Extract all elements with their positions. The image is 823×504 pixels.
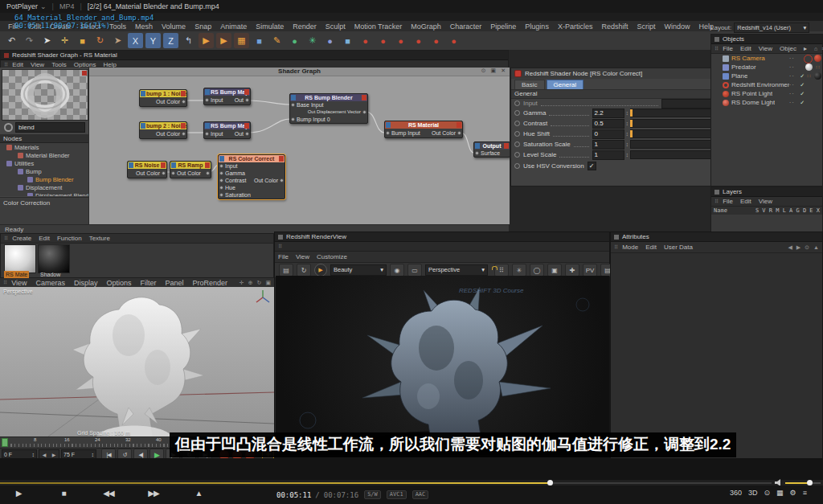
move-tool-icon[interactable]: ✛ (57, 33, 72, 48)
camera-label[interactable]: Perspective (3, 289, 33, 294)
menu-item[interactable]: Create (12, 235, 31, 242)
menu-item[interactable]: View (296, 253, 309, 260)
tab-basic[interactable]: Basic (514, 80, 545, 89)
seekbar-handle[interactable] (547, 480, 553, 486)
tree-bump[interactable]: Bump (0, 167, 88, 175)
add-icon[interactable]: ✚ (565, 264, 579, 277)
menu-item[interactable]: Cameras (36, 279, 66, 287)
menu-item[interactable]: File (723, 45, 733, 52)
home-icon[interactable]: ⌂ (814, 46, 817, 51)
mograph-icon[interactable]: ✳ (305, 33, 320, 48)
color-correction-section[interactable]: Color Correction (0, 197, 88, 224)
node-rs-color-correct[interactable]: RS Color Correct Input Gamma ContrastOut… (218, 154, 285, 199)
hsv-checkbox[interactable]: ✓ (588, 162, 596, 170)
menu-item[interactable]: File (723, 198, 733, 205)
out-port[interactable] (206, 171, 210, 175)
object-row-rs-dome-light[interactable]: RS Dome Light ·· ✓ (711, 98, 822, 107)
input-field[interactable] (661, 99, 711, 109)
value-field[interactable]: 0 (592, 129, 624, 139)
tag-icon[interactable]: ⸬ (814, 64, 821, 71)
y-axis-icon[interactable]: Y (145, 33, 161, 48)
enabled-check[interactable]: ✓ (800, 73, 805, 80)
objects-titlebar[interactable]: Objects (711, 35, 822, 44)
menu-item[interactable]: View (11, 279, 27, 287)
out-port[interactable] (362, 110, 366, 114)
in-port[interactable] (291, 103, 295, 107)
start-render-icon[interactable]: ▶ (314, 264, 327, 277)
node-bump-blender[interactable]: RS Bump Blender Base Input Out Displacem… (289, 93, 368, 124)
player-titlebar[interactable]: PotPlayer ⌄ | MP4 | [2/2] 64_Material Bl… (0, 0, 823, 13)
material-thumb[interactable] (805, 64, 813, 71)
menu-item[interactable]: Animate (220, 23, 247, 31)
menu-item[interactable]: Character (450, 23, 482, 31)
menu-item[interactable]: Customize (317, 253, 347, 260)
grid-icon[interactable]: ⠿ (494, 264, 509, 277)
node-bump1-noise[interactable]: bump 1 : Noise Out Color (139, 89, 187, 107)
zoom-view-icon[interactable]: ⊕ (248, 280, 253, 286)
out-port[interactable] (457, 131, 461, 135)
render-pass-dropdown[interactable]: Beauty ▾ (330, 264, 387, 276)
menu-item[interactable]: Filter (141, 279, 157, 287)
grip-icon[interactable]: ⠿ (278, 244, 282, 250)
menu-item[interactable]: Render (293, 23, 317, 31)
menu-item[interactable]: Texture (89, 235, 110, 242)
display-mode-icon[interactable]: ◉ (390, 264, 404, 277)
in-port[interactable] (205, 98, 209, 102)
region-icon[interactable]: ◯ (530, 264, 544, 277)
menu-item[interactable]: Redshift (601, 23, 628, 31)
ab-compare-icon[interactable]: ▣ (547, 264, 562, 277)
menu-item[interactable]: Pipeline (490, 23, 516, 31)
menu-item[interactable]: Function (57, 235, 82, 242)
crop-icon[interactable]: ▭ (407, 264, 422, 277)
grip-icon[interactable]: ⠿ (714, 46, 719, 52)
menu-item[interactable]: Edit (740, 198, 751, 205)
object-row-rs-camera[interactable]: RS Camera ·· (711, 54, 822, 63)
out-port[interactable] (245, 98, 249, 102)
settings-gear-icon[interactable]: ⚙ (790, 489, 796, 497)
render-image[interactable]: REDSHIFT 3D Course (276, 276, 609, 455)
snapshot-icon[interactable]: ✳ (512, 264, 526, 277)
render-camera-dropdown[interactable]: Perspective ▾ (425, 264, 488, 276)
shader-graph-canvas[interactable]: Shader Graph ⊙ ▣ ✕ bump 1 : Noise Out Co… (88, 68, 510, 224)
undo-icon[interactable]: ↶ (4, 33, 19, 48)
spinner-icon[interactable]: ↕ (626, 131, 629, 137)
redo-icon[interactable]: ↷ (22, 33, 37, 48)
in-port[interactable] (475, 151, 479, 155)
value-slider[interactable] (630, 129, 720, 138)
value-slider[interactable] (630, 109, 720, 117)
menu-item[interactable]: MoGraph (411, 23, 441, 31)
save-image-icon[interactable]: ▤ (279, 264, 293, 277)
menu-item[interactable]: View (759, 198, 772, 205)
render-settings-icon[interactable]: ▦ (234, 33, 249, 48)
in-port[interactable] (386, 131, 390, 135)
port-dot-icon[interactable] (514, 163, 520, 169)
redshift-object-icon[interactable]: ● (375, 33, 391, 48)
menu-item[interactable]: View (759, 45, 772, 52)
layers-titlebar[interactable]: Layers (711, 187, 822, 197)
tree-utilities[interactable]: Utilities (0, 159, 88, 167)
grip-icon[interactable]: ⠿ (614, 244, 618, 251)
in-port[interactable] (219, 193, 223, 197)
in-port[interactable] (205, 132, 209, 136)
volume-handle[interactable] (807, 480, 813, 486)
restart-render-icon[interactable]: ↻ (297, 264, 311, 277)
forward-arrow-icon[interactable]: ▶ (796, 244, 800, 251)
material-thumb[interactable] (814, 55, 821, 62)
grip-icon[interactable]: ⠿ (3, 280, 7, 286)
spinner-icon[interactable]: ↕ (626, 141, 629, 147)
back-arrow-icon[interactable]: ◀ (788, 244, 792, 251)
menu-item[interactable]: Snap (194, 23, 211, 31)
value-field[interactable]: 2.2 (592, 109, 624, 118)
texture-preview[interactable] (2, 69, 88, 121)
shader-graph-titlebar[interactable]: Redshift Shader Graph - RS Material (1, 51, 508, 60)
node-rs-noise[interactable]: RS Noise Out Color (127, 161, 167, 178)
value-field[interactable]: 0.5 (592, 119, 624, 129)
coord-system-icon[interactable]: ↰ (181, 33, 196, 48)
redshift-object-icon[interactable]: ● (358, 33, 373, 48)
pv-icon[interactable]: PV (583, 264, 597, 277)
app-name[interactable]: PotPlayer (6, 2, 38, 10)
open-button[interactable]: ▲ (186, 489, 211, 498)
in-port[interactable] (219, 186, 223, 190)
object-row-plane[interactable]: Plane ·· ✓ ⸬ (711, 72, 822, 80)
material-thumb[interactable] (814, 72, 821, 80)
